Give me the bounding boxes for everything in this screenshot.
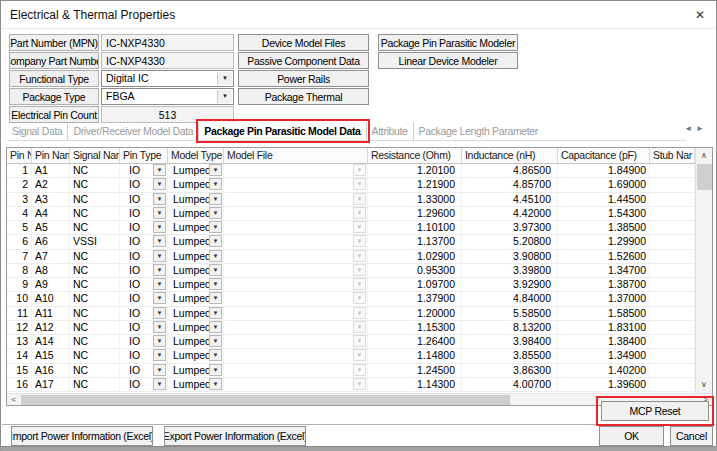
mcp-reset-button[interactable]: MCP Reset [601, 401, 709, 421]
dropdown-arrow-icon[interactable]: ▼ [153, 264, 166, 276]
dropdown-arrow-icon[interactable]: ▼ [209, 364, 222, 376]
horizontal-scrollbar-thumb[interactable] [21, 395, 510, 405]
dropdown-arrow-icon[interactable]: ▼ [153, 349, 166, 361]
dropdown-arrow-icon[interactable]: ▼ [209, 378, 222, 390]
dropdown-arrow-icon[interactable]: ▼ [153, 335, 166, 347]
dropdown-arrow-icon[interactable]: ▼ [153, 364, 166, 376]
column-header-model-type[interactable]: Model Type [168, 148, 224, 163]
column-header-stub-nar[interactable]: Stub Nar [650, 148, 695, 163]
package-pin-parasitic-modeler-button[interactable]: Package Pin Parasitic Modeler [378, 34, 518, 51]
column-header-pin-type[interactable]: Pin Type [120, 148, 168, 163]
table-row[interactable]: 9A9NCIO▼Lumped▼▼1.097003.929001.38700 [7, 278, 712, 292]
cell-pin-type[interactable]: IO▼ [120, 264, 168, 277]
dropdown-arrow-icon[interactable]: ▼ [153, 378, 166, 390]
table-row[interactable]: 1A1NCIO▼Lumped▼▼1.201004.865001.84900 [7, 164, 712, 178]
cancel-button[interactable]: Cancel [670, 426, 713, 446]
dropdown-arrow-icon[interactable]: ▼ [209, 335, 222, 347]
column-header-signal-name[interactable]: Signal Name [70, 148, 120, 163]
cell-model-type[interactable]: Lumped▼ [168, 307, 224, 320]
cell-model-type[interactable]: Lumped▼ [168, 250, 224, 263]
dropdown-arrow-icon[interactable]: ▼ [153, 307, 166, 319]
table-row[interactable]: 13A14NCIO▼Lumped▼▼1.264003.984001.38400 [7, 335, 712, 349]
cell-model-type[interactable]: Lumped▼ [168, 264, 224, 277]
tab-package-pin-parasitic-model-data[interactable]: Package Pin Parasitic Model Data [199, 122, 366, 140]
package-thermal-button[interactable]: Package Thermal [238, 88, 369, 105]
cell-model-type[interactable]: Lumped▼ [168, 278, 224, 291]
column-header-inductance-nh[interactable]: Inductance (nH) [462, 148, 558, 163]
power-rails-button[interactable]: Power Rails [238, 70, 369, 87]
dropdown-arrow-icon[interactable]: ▼ [209, 307, 222, 319]
dropdown-arrow-icon[interactable]: ▼ [209, 278, 222, 290]
export-power-information-button[interactable]: Export Power Information (Excel) [164, 426, 306, 446]
cell-model-type[interactable]: Lumped▼ [168, 349, 224, 362]
cell-pin-type[interactable]: IO▼ [120, 378, 168, 391]
cell-model-type[interactable]: Lumped▼ [168, 292, 224, 305]
import-power-information-button[interactable]: Import Power Information (Excel) [11, 426, 153, 446]
cell-pin-type[interactable]: IO▼ [120, 221, 168, 234]
dropdown-arrow-icon[interactable]: ▼ [153, 164, 166, 176]
linear-device-modeler-button[interactable]: Linear Device Modeler [378, 52, 518, 69]
tab-package-length-parameter[interactable]: Package Length Parameter [414, 122, 543, 140]
dropdown-arrow-icon[interactable]: ▼ [209, 292, 222, 304]
dropdown-arrow-icon[interactable]: ▼ [209, 221, 222, 233]
cell-model-type[interactable]: Lumped▼ [168, 378, 224, 391]
column-header-capacitance-pf[interactable]: Capacitance (pF) [558, 148, 650, 163]
tab-scroll-right-icon[interactable]: ► [696, 124, 708, 133]
column-header-model-file[interactable]: Model File [224, 148, 368, 163]
table-row[interactable]: 8A8NCIO▼Lumped▼▼0.953003.398001.34700 [7, 264, 712, 278]
cell-pin-type[interactable]: IO▼ [120, 292, 168, 305]
cell-model-type[interactable]: Lumped▼ [168, 178, 224, 191]
cell-model-type[interactable]: Lumped▼ [168, 335, 224, 348]
cell-pin-type[interactable]: IO▼ [120, 193, 168, 206]
chevron-down-icon[interactable]: ▼ [217, 72, 232, 85]
cell-model-type[interactable]: Lumped▼ [168, 321, 224, 334]
dropdown-arrow-icon[interactable]: ▼ [153, 278, 166, 290]
cell-pin-type[interactable]: IO▼ [120, 207, 168, 220]
scroll-down-icon[interactable]: ∨ [696, 377, 712, 392]
dropdown-arrow-icon[interactable]: ▼ [153, 235, 166, 247]
tab-attribute[interactable]: Attribute [367, 122, 414, 140]
cell-pin-type[interactable]: IO▼ [120, 335, 168, 348]
column-header-pin-no[interactable]: Pin No [7, 148, 32, 163]
dropdown-arrow-icon[interactable]: ▼ [153, 207, 166, 219]
table-row[interactable]: 12A12NCIO▼Lumped▼▼1.153008.132001.83100 [7, 321, 712, 335]
table-row[interactable]: 2A2NCIO▼Lumped▼▼1.219004.857001.69000 [7, 178, 712, 192]
cell-model-type[interactable]: Lumped▼ [168, 193, 224, 206]
table-row[interactable]: 11A11NCIO▼Lumped▼▼1.200005.585001.58500 [7, 307, 712, 321]
table-row[interactable]: 5A5NCIO▼Lumped▼▼1.101003.973001.38500 [7, 221, 712, 235]
cell-pin-type[interactable]: IO▼ [120, 364, 168, 377]
dropdown-arrow-icon[interactable]: ▼ [209, 193, 222, 205]
table-row[interactable]: 3A3NCIO▼Lumped▼▼1.330004.451001.44500 [7, 193, 712, 207]
dropdown-arrow-icon[interactable]: ▼ [153, 221, 166, 233]
table-row[interactable]: 15A16NCIO▼Lumped▼▼1.245003.863001.40200 [7, 364, 712, 378]
dropdown-arrow-icon[interactable]: ▼ [209, 235, 222, 247]
ok-button[interactable]: OK [599, 426, 664, 446]
dropdown-arrow-icon[interactable]: ▼ [153, 292, 166, 304]
table-row[interactable]: 14A15NCIO▼Lumped▼▼1.148003.855001.34900 [7, 349, 712, 363]
tab-scroll-left-icon[interactable]: ◄ [684, 124, 696, 133]
dropdown-arrow-icon[interactable]: ▼ [153, 321, 166, 333]
functional-type-combo[interactable]: Digital IC▼ [101, 70, 234, 87]
table-row[interactable]: 16A17NCIO▼Lumped▼▼1.143004.007001.39600 [7, 378, 712, 392]
cell-model-type[interactable]: Lumped▼ [168, 164, 224, 177]
dropdown-arrow-icon[interactable]: ▼ [209, 349, 222, 361]
close-icon[interactable]: ✕ [690, 6, 710, 24]
table-row[interactable]: 10A10NCIO▼Lumped▼▼1.379004.840001.37000 [7, 292, 712, 306]
table-row[interactable]: 7A7NCIO▼Lumped▼▼1.029003.908001.52600 [7, 250, 712, 264]
dropdown-arrow-icon[interactable]: ▼ [153, 250, 166, 262]
cell-pin-type[interactable]: IO▼ [120, 307, 168, 320]
dropdown-arrow-icon[interactable]: ▼ [209, 207, 222, 219]
table-row[interactable]: 4A4NCIO▼Lumped▼▼1.296004.420001.54300 [7, 207, 712, 221]
cell-pin-type[interactable]: IO▼ [120, 349, 168, 362]
cell-pin-type[interactable]: IO▼ [120, 250, 168, 263]
dropdown-arrow-icon[interactable]: ▼ [209, 321, 222, 333]
device-model-files-button[interactable]: Device Model Files [238, 34, 369, 51]
package-type-combo[interactable]: FBGA▼ [101, 88, 234, 105]
tab-driver-receiver-model-data[interactable]: Driver/Receiver Model Data [68, 122, 199, 140]
cell-model-type[interactable]: Lumped▼ [168, 235, 224, 248]
dropdown-arrow-icon[interactable]: ▼ [209, 264, 222, 276]
vertical-scrollbar-thumb[interactable] [697, 164, 712, 190]
dropdown-arrow-icon[interactable]: ▼ [209, 250, 222, 262]
dropdown-arrow-icon[interactable]: ▼ [209, 178, 222, 190]
dropdown-arrow-icon[interactable]: ▼ [209, 164, 222, 176]
